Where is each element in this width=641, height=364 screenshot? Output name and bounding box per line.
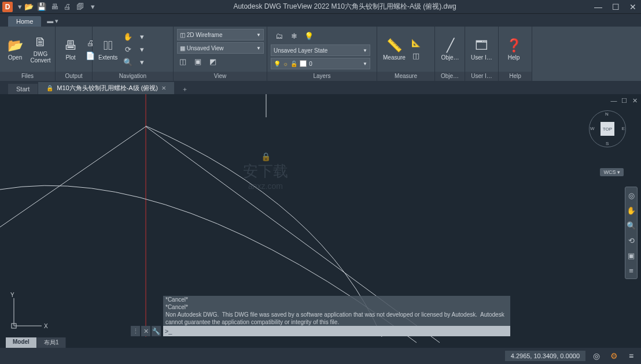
cmd-prompt-icon: >_ bbox=[163, 328, 174, 335]
panel-help-label: Help bbox=[499, 72, 532, 81]
panel-files-label: Files bbox=[0, 72, 55, 81]
cmd-close-icon[interactable]: ✕ bbox=[141, 326, 150, 336]
lock-icon: 🔒 bbox=[46, 85, 53, 91]
canvas-window-controls: — ☐ ✕ bbox=[610, 96, 639, 105]
print-icon[interactable]: 🖶 bbox=[50, 2, 59, 12]
layer-props-icon[interactable]: 🗂 bbox=[273, 30, 285, 42]
steering-wheel-icon[interactable]: ◎ bbox=[625, 190, 637, 201]
add-tab-button[interactable]: ＋ bbox=[178, 84, 191, 94]
lock-open-icon: 🔓 bbox=[290, 61, 297, 67]
zoom-previous-icon[interactable]: ▾ bbox=[136, 43, 148, 55]
zoom-realtime-icon[interactable]: 🔍 bbox=[122, 56, 134, 68]
layer-state-value: Unsaved Layer State bbox=[274, 47, 327, 54]
panel-output: 🖶 Plot 🖨 📄 Output bbox=[56, 27, 93, 81]
layout-tabs: Model 布局1 bbox=[6, 337, 66, 348]
maximize-button[interactable]: ☐ bbox=[610, 1, 621, 13]
wcs-badge[interactable]: WCS ▾ bbox=[600, 168, 624, 176]
pan-icon[interactable]: ✋ bbox=[122, 31, 134, 42]
orbit-nav-icon[interactable]: ⟲ bbox=[625, 235, 637, 246]
panel-objects: ╱ Obje… Obje… bbox=[435, 27, 465, 81]
pan-nav-icon[interactable]: ✋ bbox=[625, 205, 637, 216]
layer-off-icon[interactable]: 💡 bbox=[303, 30, 315, 42]
tab-home[interactable]: Home bbox=[8, 16, 41, 27]
close-tab-icon[interactable]: ✕ bbox=[161, 85, 166, 91]
visual-style-dropdown[interactable]: ◫ 2D Wireframe ▼ bbox=[177, 29, 264, 40]
publish-icon[interactable]: 🗐 bbox=[75, 2, 84, 12]
cmd-customize-icon[interactable]: 🔧 bbox=[152, 326, 161, 336]
qat-more-arrow-icon[interactable]: ▾ bbox=[88, 2, 97, 12]
layer-name: 0 bbox=[309, 61, 312, 67]
save-icon[interactable]: 💾 bbox=[37, 2, 46, 12]
cmd-line: *Cancel* bbox=[165, 296, 508, 303]
open-label: Open bbox=[8, 54, 22, 61]
orbit-icon[interactable]: ⟳ bbox=[122, 43, 134, 55]
panel-layers-label: Layers bbox=[267, 72, 377, 81]
user-interface-button[interactable]: 🗔 User I… bbox=[469, 37, 495, 62]
objects-label: Obje… bbox=[441, 54, 459, 61]
minimize-button[interactable]: — bbox=[592, 1, 604, 13]
windows-icon: 🗔 bbox=[472, 38, 491, 53]
viewcube-north[interactable]: N bbox=[605, 112, 609, 117]
viewcube-top-face[interactable]: TOP bbox=[601, 122, 614, 136]
cube-icon: ◫ bbox=[180, 32, 185, 38]
dwg-convert-button[interactable]: 🗎 DWG Convert bbox=[29, 34, 52, 65]
open-button[interactable]: 📂 Open bbox=[3, 37, 27, 62]
navigation-bar: ◎ ✋ 🔍 ⟲ ▣ ≡ bbox=[625, 187, 638, 279]
cmd-side-tools: ⋮ ✕ 🔧 bbox=[131, 326, 161, 336]
canvas-close-icon[interactable]: ✕ bbox=[631, 96, 639, 105]
tab-active-document[interactable]: 🔒 M10六角头铰制孔用螺栓-A级 (俯视) ✕ bbox=[38, 82, 175, 94]
printer-icon: 🖶 bbox=[61, 38, 80, 53]
help-button[interactable]: ❓ Help bbox=[502, 37, 525, 62]
extents-button[interactable]: ✕⃝ Extents bbox=[96, 37, 120, 62]
open-icon[interactable]: 📂 bbox=[24, 2, 34, 12]
command-input[interactable] bbox=[174, 328, 510, 335]
layer-freeze-icon[interactable]: ❄ bbox=[288, 30, 300, 42]
sun-icon: ☼ bbox=[283, 61, 288, 67]
viewcube-south[interactable]: S bbox=[606, 141, 609, 146]
cmd-drag-icon[interactable]: ⋮ bbox=[131, 326, 140, 336]
showmotion-icon[interactable]: ▣ bbox=[625, 250, 637, 261]
viewcube-east[interactable]: E bbox=[622, 126, 625, 131]
area-icon[interactable]: ◫ bbox=[410, 50, 422, 61]
view-cube-icon[interactable]: ◩ bbox=[207, 55, 219, 67]
canvas-minimize-icon[interactable]: — bbox=[610, 96, 618, 105]
layout-tab-model[interactable]: Model bbox=[6, 337, 37, 348]
viewcube-west[interactable]: W bbox=[590, 126, 595, 131]
drawing-canvas[interactable]: 🔒 安下载 anxz.com — ☐ ✕ N S E W TOP WCS ▾ ◎… bbox=[0, 94, 641, 348]
panel-navigation-label: Navigation bbox=[93, 72, 173, 81]
convert-icon: 🗎 bbox=[31, 35, 50, 50]
named-view-dropdown[interactable]: ▦ Unsaved View ▼ bbox=[177, 42, 264, 54]
tab-extra[interactable]: ▬ ▾ bbox=[41, 16, 64, 27]
view-manager-icon[interactable]: ◫ bbox=[177, 55, 189, 67]
bulb-on-icon: 💡 bbox=[274, 61, 281, 67]
layer-state-dropdown[interactable]: Unsaved Layer State ▼ bbox=[271, 44, 370, 56]
zoom-nav-icon[interactable]: 🔍 bbox=[625, 220, 637, 231]
command-history: *Cancel* *Cancel* Non Autodesk DWG. This… bbox=[163, 296, 510, 326]
panel-ui: 🗔 User I… User I… bbox=[465, 27, 499, 81]
navbar-expand-icon[interactable]: ≡ bbox=[625, 265, 637, 276]
customize-status-icon[interactable]: ≡ bbox=[625, 350, 638, 362]
objects-button[interactable]: ╱ Obje… bbox=[439, 37, 462, 62]
plot-label: Plot bbox=[65, 54, 75, 61]
layout-tab-1[interactable]: 布局1 bbox=[37, 337, 67, 348]
extents-label: Extents bbox=[98, 54, 117, 61]
app-menu-arrow-icon[interactable]: ▾ bbox=[15, 2, 24, 12]
statusbar: 4.2965, 10.3409, 0.0000 ◎ ⚙ ≡ bbox=[0, 348, 641, 364]
viewport-icon[interactable]: ▣ bbox=[192, 55, 204, 67]
chevron-down-icon: ▼ bbox=[256, 46, 261, 51]
tab-start[interactable]: Start bbox=[8, 84, 38, 94]
plot-preview-icon[interactable]: 🖨 bbox=[62, 2, 72, 12]
viewcube[interactable]: N S E W TOP bbox=[589, 110, 626, 147]
measure-button[interactable]: 📏 Measure bbox=[381, 37, 408, 62]
plot-button[interactable]: 🖶 Plot bbox=[59, 37, 82, 62]
hardware-accel-icon[interactable]: ⚙ bbox=[607, 350, 620, 362]
steering-wheel-icon[interactable]: ▾ bbox=[136, 56, 148, 68]
zoom-window-icon[interactable]: ▾ bbox=[136, 31, 148, 42]
isolate-objects-icon[interactable]: ◎ bbox=[590, 350, 603, 362]
ribbon: 📂 Open 🗎 DWG Convert Files 🖶 Plot 🖨 📄 Ou… bbox=[0, 27, 641, 81]
close-button[interactable]: ✕ bbox=[627, 1, 639, 13]
current-layer-dropdown[interactable]: 💡 ☼ 🔓 0 ▼ bbox=[271, 58, 370, 69]
command-window: *Cancel* *Cancel* Non Autodesk DWG. This… bbox=[163, 296, 510, 336]
canvas-maximize-icon[interactable]: ☐ bbox=[620, 96, 628, 105]
distance-icon[interactable]: 📐 bbox=[410, 37, 422, 49]
